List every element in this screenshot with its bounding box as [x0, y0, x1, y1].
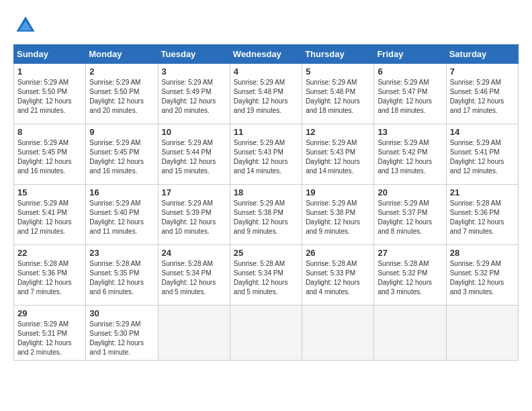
day-info: Sunrise: 5:29 AMSunset: 5:41 PMDaylight:…	[17, 199, 82, 236]
calendar-cell	[302, 306, 374, 361]
calendar-cell: 20 Sunrise: 5:29 AMSunset: 5:37 PMDaylig…	[374, 185, 446, 245]
calendar-cell	[446, 306, 518, 361]
weekday-header: Sunday	[14, 45, 86, 64]
calendar-cell: 15 Sunrise: 5:29 AMSunset: 5:41 PMDaylig…	[14, 185, 86, 245]
day-info: Sunrise: 5:29 AMSunset: 5:31 PMDaylight:…	[17, 320, 82, 357]
day-number: 5	[306, 66, 370, 77]
calendar-cell: 29 Sunrise: 5:29 AMSunset: 5:31 PMDaylig…	[14, 306, 86, 361]
calendar-cell: 25 Sunrise: 5:28 AMSunset: 5:34 PMDaylig…	[230, 245, 302, 306]
day-number: 15	[17, 187, 82, 197]
day-info: Sunrise: 5:29 AMSunset: 5:50 PMDaylight:…	[89, 78, 154, 116]
calendar-cell: 24 Sunrise: 5:28 AMSunset: 5:34 PMDaylig…	[158, 245, 230, 306]
day-info: Sunrise: 5:29 AMSunset: 5:43 PMDaylight:…	[234, 138, 298, 176]
day-info: Sunrise: 5:28 AMSunset: 5:33 PMDaylight:…	[306, 259, 370, 297]
day-number: 8	[17, 127, 82, 137]
calendar-table: SundayMondayTuesdayWednesdayThursdayFrid…	[13, 44, 519, 361]
day-info: Sunrise: 5:29 AMSunset: 5:30 PMDaylight:…	[89, 320, 154, 357]
calendar-cell	[374, 306, 446, 361]
calendar-cell: 30 Sunrise: 5:29 AMSunset: 5:30 PMDaylig…	[86, 306, 158, 361]
day-info: Sunrise: 5:29 AMSunset: 5:48 PMDaylight:…	[234, 78, 298, 116]
calendar-cell: 16 Sunrise: 5:29 AMSunset: 5:40 PMDaylig…	[86, 185, 158, 245]
day-number: 14	[450, 127, 515, 137]
calendar-cell: 2 Sunrise: 5:29 AMSunset: 5:50 PMDayligh…	[86, 64, 158, 124]
logo-icon	[13, 13, 38, 38]
day-number: 17	[162, 187, 226, 197]
day-number: 1	[17, 66, 82, 77]
calendar-cell: 4 Sunrise: 5:29 AMSunset: 5:48 PMDayligh…	[230, 64, 302, 124]
calendar-cell	[230, 306, 302, 361]
day-info: Sunrise: 5:28 AMSunset: 5:36 PMDaylight:…	[450, 199, 515, 236]
day-info: Sunrise: 5:29 AMSunset: 5:37 PMDaylight:…	[378, 199, 442, 236]
day-info: Sunrise: 5:28 AMSunset: 5:32 PMDaylight:…	[378, 259, 442, 297]
day-info: Sunrise: 5:29 AMSunset: 5:45 PMDaylight:…	[17, 138, 82, 176]
calendar-cell: 21 Sunrise: 5:28 AMSunset: 5:36 PMDaylig…	[446, 185, 518, 245]
day-info: Sunrise: 5:29 AMSunset: 5:50 PMDaylight:…	[17, 78, 82, 116]
calendar-cell: 12 Sunrise: 5:29 AMSunset: 5:43 PMDaylig…	[302, 124, 374, 185]
day-number: 2	[89, 66, 154, 77]
day-info: Sunrise: 5:29 AMSunset: 5:41 PMDaylight:…	[450, 138, 515, 176]
day-number: 19	[306, 187, 370, 197]
day-info: Sunrise: 5:29 AMSunset: 5:38 PMDaylight:…	[306, 199, 370, 236]
weekday-header: Saturday	[446, 45, 518, 64]
day-info: Sunrise: 5:29 AMSunset: 5:45 PMDaylight:…	[89, 138, 154, 176]
day-info: Sunrise: 5:29 AMSunset: 5:43 PMDaylight:…	[306, 138, 370, 176]
logo	[13, 13, 42, 38]
day-number: 10	[162, 127, 226, 137]
calendar-week-row: 1 Sunrise: 5:29 AMSunset: 5:50 PMDayligh…	[14, 64, 519, 124]
day-number: 12	[306, 127, 370, 137]
day-number: 24	[162, 248, 226, 258]
calendar-cell: 23 Sunrise: 5:28 AMSunset: 5:35 PMDaylig…	[86, 245, 158, 306]
day-number: 6	[378, 66, 442, 77]
calendar-cell: 17 Sunrise: 5:29 AMSunset: 5:39 PMDaylig…	[158, 185, 230, 245]
calendar-cell: 8 Sunrise: 5:29 AMSunset: 5:45 PMDayligh…	[14, 124, 86, 185]
day-info: Sunrise: 5:28 AMSunset: 5:34 PMDaylight:…	[162, 259, 226, 297]
day-info: Sunrise: 5:29 AMSunset: 5:47 PMDaylight:…	[378, 78, 442, 116]
day-number: 9	[89, 127, 154, 137]
calendar-cell: 10 Sunrise: 5:29 AMSunset: 5:44 PMDaylig…	[158, 124, 230, 185]
calendar-cell: 13 Sunrise: 5:29 AMSunset: 5:42 PMDaylig…	[374, 124, 446, 185]
day-info: Sunrise: 5:28 AMSunset: 5:34 PMDaylight:…	[234, 259, 298, 297]
day-number: 29	[17, 308, 82, 318]
day-info: Sunrise: 5:29 AMSunset: 5:39 PMDaylight:…	[162, 199, 226, 236]
day-number: 22	[17, 248, 82, 258]
day-info: Sunrise: 5:29 AMSunset: 5:42 PMDaylight:…	[378, 138, 442, 176]
day-number: 7	[450, 66, 515, 77]
day-number: 11	[234, 127, 298, 137]
day-info: Sunrise: 5:28 AMSunset: 5:35 PMDaylight:…	[89, 259, 154, 297]
calendar-week-row: 29 Sunrise: 5:29 AMSunset: 5:31 PMDaylig…	[14, 306, 519, 361]
calendar-cell: 1 Sunrise: 5:29 AMSunset: 5:50 PMDayligh…	[14, 64, 86, 124]
weekday-header: Thursday	[302, 45, 374, 64]
day-info: Sunrise: 5:28 AMSunset: 5:36 PMDaylight:…	[17, 259, 82, 297]
day-info: Sunrise: 5:29 AMSunset: 5:40 PMDaylight:…	[89, 199, 154, 236]
day-info: Sunrise: 5:29 AMSunset: 5:32 PMDaylight:…	[450, 259, 515, 297]
day-info: Sunrise: 5:29 AMSunset: 5:38 PMDaylight:…	[234, 199, 298, 236]
day-number: 13	[378, 127, 442, 137]
day-number: 23	[89, 248, 154, 258]
weekday-header: Friday	[374, 45, 446, 64]
calendar-cell: 11 Sunrise: 5:29 AMSunset: 5:43 PMDaylig…	[230, 124, 302, 185]
day-number: 21	[450, 187, 515, 197]
day-info: Sunrise: 5:29 AMSunset: 5:48 PMDaylight:…	[306, 78, 370, 116]
calendar-cell: 7 Sunrise: 5:29 AMSunset: 5:46 PMDayligh…	[446, 64, 518, 124]
calendar-cell: 5 Sunrise: 5:29 AMSunset: 5:48 PMDayligh…	[302, 64, 374, 124]
day-number: 18	[234, 187, 298, 197]
day-info: Sunrise: 5:29 AMSunset: 5:44 PMDaylight:…	[162, 138, 226, 176]
calendar-cell: 26 Sunrise: 5:28 AMSunset: 5:33 PMDaylig…	[302, 245, 374, 306]
day-number: 3	[162, 66, 226, 77]
day-number: 26	[306, 248, 370, 258]
day-number: 30	[89, 308, 154, 318]
calendar-cell: 9 Sunrise: 5:29 AMSunset: 5:45 PMDayligh…	[86, 124, 158, 185]
calendar-cell: 14 Sunrise: 5:29 AMSunset: 5:41 PMDaylig…	[446, 124, 518, 185]
day-number: 16	[89, 187, 154, 197]
calendar-cell: 22 Sunrise: 5:28 AMSunset: 5:36 PMDaylig…	[14, 245, 86, 306]
weekday-header: Tuesday	[158, 45, 230, 64]
day-info: Sunrise: 5:29 AMSunset: 5:49 PMDaylight:…	[162, 78, 226, 116]
calendar-week-row: 8 Sunrise: 5:29 AMSunset: 5:45 PMDayligh…	[14, 124, 519, 185]
calendar-cell: 6 Sunrise: 5:29 AMSunset: 5:47 PMDayligh…	[374, 64, 446, 124]
calendar-cell	[158, 306, 230, 361]
page-header	[13, 13, 519, 38]
weekday-header-row: SundayMondayTuesdayWednesdayThursdayFrid…	[14, 45, 519, 64]
day-number: 4	[234, 66, 298, 77]
day-number: 28	[450, 248, 515, 258]
calendar-cell: 3 Sunrise: 5:29 AMSunset: 5:49 PMDayligh…	[158, 64, 230, 124]
